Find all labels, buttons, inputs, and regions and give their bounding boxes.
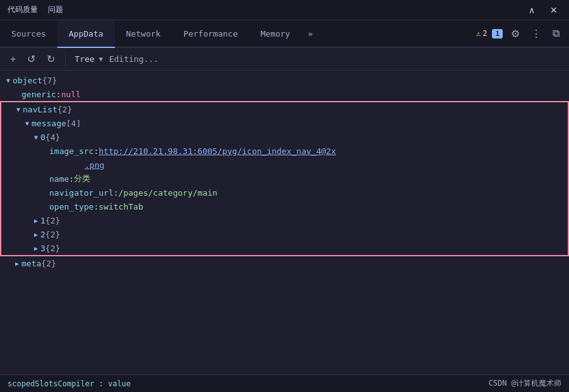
arrow-message[interactable] bbox=[23, 120, 32, 127]
key-name: name bbox=[49, 174, 69, 184]
key-navigator-url: navigator_url bbox=[49, 188, 114, 198]
value-name: 分类 bbox=[74, 173, 90, 184]
tree-dropdown[interactable]: Tree ▼ bbox=[72, 54, 102, 64]
arrow-1[interactable] bbox=[32, 217, 40, 224]
tree-row-meta: meta {2} bbox=[0, 256, 569, 270]
key-3: 3 bbox=[40, 244, 45, 253]
info-badge: 1 bbox=[492, 29, 503, 39]
tab-bar-right: ⚠ 2 1 ⚙ ⋮ ⧉ bbox=[470, 20, 569, 47]
value-image-src-line2[interactable]: .png bbox=[85, 160, 104, 170]
arrow-0[interactable] bbox=[32, 134, 40, 141]
value-image-src[interactable]: http://210.21.98.31:6005/pyg/icon_index_… bbox=[99, 146, 336, 156]
key-open-type: open_type bbox=[49, 202, 93, 211]
key-message: message bbox=[32, 119, 66, 128]
colon-name: : bbox=[69, 174, 74, 184]
colon-navigator-url: : bbox=[114, 188, 119, 198]
toolbar: + ↺ ↻ Tree ▼ Editing... bbox=[0, 48, 569, 71]
key-0: 0 bbox=[40, 133, 45, 142]
tree-row-2: 2 {2} bbox=[1, 227, 568, 241]
status-bar: scopedSlotsCompiler : value CSDN @计算机魔术师 bbox=[0, 374, 569, 392]
tree-row-navigator-url: navigator_url : /pages/category/main bbox=[1, 186, 568, 199]
tree-row-generic: generic : null bbox=[0, 87, 569, 101]
value-navigator-url: /pages/category/main bbox=[119, 188, 218, 198]
editing-status: Editing... bbox=[109, 54, 159, 64]
key-image-src: image_src bbox=[49, 146, 93, 156]
count-2: {2} bbox=[45, 230, 60, 239]
title-issues: 问题 bbox=[48, 4, 63, 15]
tab-more-button[interactable]: » bbox=[301, 20, 319, 47]
warning-icon: ⚠ bbox=[476, 29, 481, 38]
count-message: [4] bbox=[66, 119, 81, 128]
key-generic: generic bbox=[21, 90, 56, 99]
colon-open-type: : bbox=[93, 202, 99, 211]
tree-row-3: 3 {2} bbox=[1, 241, 568, 255]
title-quality: 代码质量 bbox=[8, 4, 38, 15]
title-bar-left: 代码质量 问题 bbox=[8, 4, 63, 15]
add-button[interactable]: + bbox=[6, 52, 20, 66]
colon-generic: : bbox=[56, 90, 61, 99]
tree-row-message: message [4] bbox=[1, 116, 568, 130]
minimize-button[interactable]: ∧ bbox=[525, 4, 539, 16]
colon-image-src: : bbox=[93, 146, 99, 156]
more-options-button[interactable]: ⋮ bbox=[528, 27, 544, 41]
tab-performance[interactable]: Performance bbox=[172, 20, 249, 48]
key-2: 2 bbox=[40, 230, 45, 239]
count-0: {4} bbox=[45, 133, 60, 142]
count-1: {2} bbox=[45, 216, 60, 225]
expand-arrow-root[interactable] bbox=[4, 77, 13, 84]
redo-button[interactable]: ↻ bbox=[43, 52, 59, 66]
tree-label: Tree bbox=[72, 54, 97, 64]
arrow-2[interactable] bbox=[32, 231, 40, 238]
status-right: CSDN @计算机魔术师 bbox=[489, 378, 561, 389]
tree-row-1: 1 {2} bbox=[1, 213, 568, 227]
tree-row-image-src-line2: .png bbox=[1, 158, 568, 172]
key-meta: meta bbox=[21, 259, 41, 268]
close-button[interactable]: ✕ bbox=[546, 4, 561, 16]
tab-network[interactable]: Network bbox=[115, 20, 172, 48]
main-content: object {7} generic : null navList {2} bbox=[0, 71, 569, 392]
tree-row-open-type: open_type : switchTab bbox=[1, 199, 568, 213]
tree-row-navlist: navList {2} bbox=[1, 102, 568, 116]
tab-memory[interactable]: Memory bbox=[249, 20, 301, 48]
arrow-meta[interactable] bbox=[13, 260, 21, 267]
count-meta: {2} bbox=[41, 259, 56, 268]
arrow-3[interactable] bbox=[32, 245, 40, 252]
tree-row-0: 0 {4} bbox=[1, 130, 568, 144]
dropdown-arrow-icon: ▼ bbox=[99, 56, 103, 62]
count-root: {7} bbox=[42, 76, 57, 85]
undo-button[interactable]: ↺ bbox=[23, 52, 39, 66]
arrow-navlist[interactable] bbox=[14, 106, 23, 113]
tree-row-name: name : 分类 bbox=[1, 172, 568, 186]
tree-content[interactable]: object {7} generic : null navList {2} bbox=[0, 71, 569, 374]
toolbar-divider bbox=[65, 53, 66, 66]
tab-bar: Sources AppData Network Performance Memo… bbox=[0, 20, 569, 48]
tree-row-root: object {7} bbox=[0, 73, 569, 87]
tree-row-image-src: image_src : http://210.21.98.31:6005/pyg… bbox=[1, 144, 568, 158]
title-bar: 代码质量 问题 ∧ ✕ bbox=[0, 0, 569, 20]
key-root: object bbox=[13, 76, 42, 85]
count-3: {2} bbox=[45, 244, 60, 253]
count-navlist: {2} bbox=[57, 105, 72, 114]
tab-appdata[interactable]: AppData bbox=[57, 20, 115, 48]
tab-sources[interactable]: Sources bbox=[0, 20, 57, 48]
key-navlist: navList bbox=[23, 105, 57, 114]
value-open-type: switchTab bbox=[99, 202, 143, 211]
copy-button[interactable]: ⧉ bbox=[549, 27, 563, 40]
warning-badge: ⚠ 2 bbox=[476, 29, 487, 38]
status-left: scopedSlotsCompiler : value bbox=[8, 379, 131, 388]
title-bar-controls: ∧ ✕ bbox=[525, 4, 561, 16]
highlighted-region: navList {2} message [4] 0 {4} bbox=[0, 101, 569, 256]
gear-icon-button[interactable]: ⚙ bbox=[508, 27, 523, 41]
warning-count: 2 bbox=[482, 29, 487, 38]
value-generic: null bbox=[61, 90, 81, 99]
key-1: 1 bbox=[40, 216, 45, 225]
